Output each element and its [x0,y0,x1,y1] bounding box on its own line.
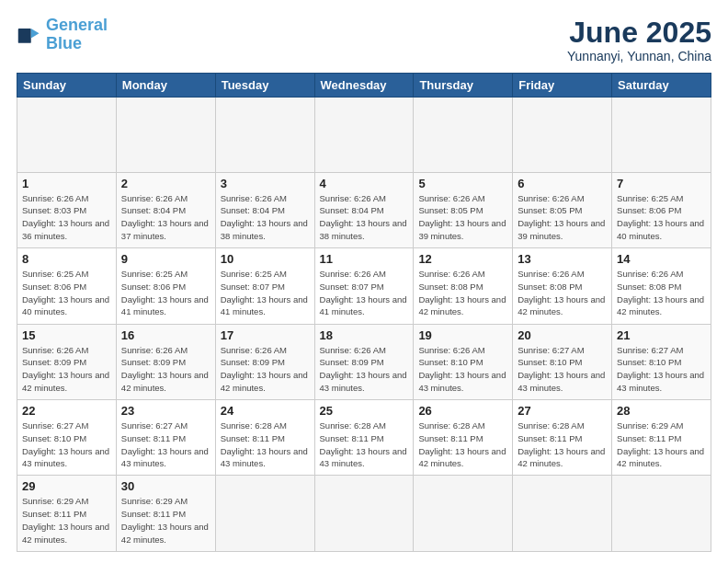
day-number: 29 [22,479,111,493]
day-info: Sunrise: 6:26 AMSunset: 8:08 PMDaylight:… [418,268,507,318]
day-number: 22 [22,404,111,418]
logo-text: General Blue [46,17,108,53]
day-number: 5 [418,177,507,190]
calendar-cell: 22Sunrise: 6:27 AMSunset: 8:10 PMDayligh… [17,399,117,475]
calendar-cell: 17Sunrise: 6:26 AMSunset: 8:09 PMDayligh… [215,324,314,399]
header-sunday: Sunday [17,74,117,98]
header-thursday: Thursday [414,74,513,98]
day-number: 16 [121,328,210,342]
calendar-cell [314,476,414,552]
calendar-cell: 13Sunrise: 6:26 AMSunset: 8:08 PMDayligh… [513,248,612,324]
calendar-cell: 28Sunrise: 6:29 AMSunset: 8:11 PMDayligh… [612,399,711,475]
day-info: Sunrise: 6:27 AMSunset: 8:10 PMDaylight:… [22,419,111,470]
day-number: 24 [221,404,310,418]
day-info: Sunrise: 6:26 AMSunset: 8:08 PMDaylight:… [617,268,706,318]
page: General Blue June 2025 Yunnanyi, Yunnan,… [0,0,728,563]
calendar-cell [414,476,513,552]
day-number: 25 [320,404,409,418]
day-number: 19 [418,328,507,342]
header: General Blue June 2025 Yunnanyi, Yunnan,… [17,17,711,63]
day-info: Sunrise: 6:26 AMSunset: 8:05 PMDaylight:… [418,192,507,243]
day-number: 1 [22,177,111,190]
day-number: 17 [221,328,310,342]
day-info: Sunrise: 6:25 AMSunset: 8:06 PMDaylight:… [121,268,210,318]
calendar-week-2: 8Sunrise: 6:25 AMSunset: 8:06 PMDaylight… [17,248,711,324]
day-info: Sunrise: 6:26 AMSunset: 8:10 PMDaylight:… [418,344,507,395]
day-number: 20 [518,328,607,342]
calendar-cell [215,476,314,552]
calendar-cell: 8Sunrise: 6:25 AMSunset: 8:06 PMDaylight… [17,248,117,324]
calendar-cell: 4Sunrise: 6:26 AMSunset: 8:04 PMDaylight… [314,172,414,247]
calendar-cell: 7Sunrise: 6:25 AMSunset: 8:06 PMDaylight… [612,172,711,247]
day-info: Sunrise: 6:26 AMSunset: 8:08 PMDaylight:… [518,268,607,318]
day-number: 12 [418,252,507,266]
day-info: Sunrise: 6:29 AMSunset: 8:11 PMDaylight:… [121,495,210,546]
calendar-week-4: 22Sunrise: 6:27 AMSunset: 8:10 PMDayligh… [17,399,711,475]
day-number: 21 [617,328,706,342]
svg-rect-0 [18,29,31,43]
logo-general: General [46,16,108,34]
day-number: 7 [617,177,706,190]
day-number: 4 [320,177,409,190]
header-wednesday: Wednesday [314,74,414,98]
day-number: 11 [320,252,409,266]
day-info: Sunrise: 6:27 AMSunset: 8:10 PMDaylight:… [617,344,706,395]
day-info: Sunrise: 6:28 AMSunset: 8:11 PMDaylight:… [221,419,310,470]
calendar-cell: 10Sunrise: 6:25 AMSunset: 8:07 PMDayligh… [215,248,314,324]
day-number: 3 [221,177,310,190]
logo: General Blue [17,17,108,53]
calendar-cell: 12Sunrise: 6:26 AMSunset: 8:08 PMDayligh… [414,248,513,324]
day-info: Sunrise: 6:26 AMSunset: 8:03 PMDaylight:… [22,192,111,243]
day-number: 30 [121,479,210,493]
calendar-cell: 15Sunrise: 6:26 AMSunset: 8:09 PMDayligh… [17,324,117,399]
day-info: Sunrise: 6:25 AMSunset: 8:07 PMDaylight:… [221,268,310,318]
calendar-week-5: 29Sunrise: 6:29 AMSunset: 8:11 PMDayligh… [17,476,711,552]
day-number: 8 [22,252,111,266]
calendar-cell [612,98,711,172]
day-info: Sunrise: 6:26 AMSunset: 8:04 PMDaylight:… [121,192,210,243]
calendar-week-3: 15Sunrise: 6:26 AMSunset: 8:09 PMDayligh… [17,324,711,399]
day-info: Sunrise: 6:27 AMSunset: 8:11 PMDaylight:… [121,419,210,470]
calendar-cell [314,98,414,172]
calendar-cell [414,98,513,172]
calendar-table: Sunday Monday Tuesday Wednesday Thursday… [17,73,711,552]
calendar-cell [215,98,314,172]
day-number: 13 [518,252,607,266]
day-number: 28 [617,404,706,418]
day-info: Sunrise: 6:25 AMSunset: 8:06 PMDaylight:… [22,268,111,318]
day-info: Sunrise: 6:26 AMSunset: 8:09 PMDaylight:… [121,344,210,395]
calendar-cell: 6Sunrise: 6:26 AMSunset: 8:05 PMDaylight… [513,172,612,247]
day-info: Sunrise: 6:27 AMSunset: 8:10 PMDaylight:… [518,344,607,395]
calendar-cell: 3Sunrise: 6:26 AMSunset: 8:04 PMDaylight… [215,172,314,247]
calendar-cell: 5Sunrise: 6:26 AMSunset: 8:05 PMDaylight… [414,172,513,247]
day-number: 14 [617,252,706,266]
calendar-cell: 27Sunrise: 6:28 AMSunset: 8:11 PMDayligh… [513,399,612,475]
header-tuesday: Tuesday [215,74,314,98]
day-info: Sunrise: 6:26 AMSunset: 8:07 PMDaylight:… [320,268,409,318]
day-number: 6 [518,177,607,190]
calendar-cell: 2Sunrise: 6:26 AMSunset: 8:04 PMDaylight… [116,172,215,247]
day-info: Sunrise: 6:25 AMSunset: 8:06 PMDaylight:… [617,192,706,243]
calendar-cell [612,476,711,552]
calendar-cell: 9Sunrise: 6:25 AMSunset: 8:06 PMDaylight… [116,248,215,324]
day-number: 23 [121,404,210,418]
day-info: Sunrise: 6:26 AMSunset: 8:09 PMDaylight:… [22,344,111,395]
calendar-cell: 14Sunrise: 6:26 AMSunset: 8:08 PMDayligh… [612,248,711,324]
day-info: Sunrise: 6:26 AMSunset: 8:09 PMDaylight:… [320,344,409,395]
logo-blue: Blue [46,34,82,52]
calendar-cell: 20Sunrise: 6:27 AMSunset: 8:10 PMDayligh… [513,324,612,399]
calendar-cell: 26Sunrise: 6:28 AMSunset: 8:11 PMDayligh… [414,399,513,475]
calendar-cell: 11Sunrise: 6:26 AMSunset: 8:07 PMDayligh… [314,248,414,324]
calendar-header-row: Sunday Monday Tuesday Wednesday Thursday… [17,74,711,98]
header-monday: Monday [116,74,215,98]
calendar-cell: 30Sunrise: 6:29 AMSunset: 8:11 PMDayligh… [116,476,215,552]
calendar-cell: 24Sunrise: 6:28 AMSunset: 8:11 PMDayligh… [215,399,314,475]
day-number: 15 [22,328,111,342]
calendar-cell: 16Sunrise: 6:26 AMSunset: 8:09 PMDayligh… [116,324,215,399]
day-info: Sunrise: 6:26 AMSunset: 8:05 PMDaylight:… [518,192,607,243]
header-friday: Friday [513,74,612,98]
day-info: Sunrise: 6:26 AMSunset: 8:09 PMDaylight:… [221,344,310,395]
day-number: 10 [221,252,310,266]
calendar-week-1: 1Sunrise: 6:26 AMSunset: 8:03 PMDaylight… [17,172,711,247]
day-number: 9 [121,252,210,266]
